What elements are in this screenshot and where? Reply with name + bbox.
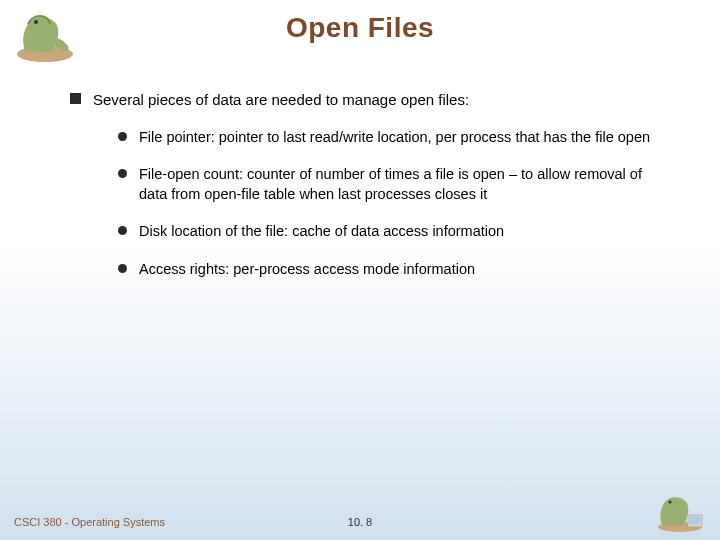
circle-bullet-icon bbox=[118, 169, 127, 178]
circle-bullet-icon bbox=[118, 132, 127, 141]
circle-bullet-icon bbox=[118, 226, 127, 235]
list-item: File-open count: counter of number of ti… bbox=[118, 165, 670, 204]
sub-bullet-text: Access rights: per-process access mode i… bbox=[139, 260, 475, 280]
dinosaur-logo-top-icon bbox=[10, 6, 80, 66]
slide-title: Open Files bbox=[0, 0, 720, 44]
sub-bullet-text: File-open count: counter of number of ti… bbox=[139, 165, 670, 204]
main-bullet-text: Several pieces of data are needed to man… bbox=[93, 90, 469, 110]
sub-bullet-text: File pointer: pointer to last read/write… bbox=[139, 128, 650, 148]
circle-bullet-icon bbox=[118, 264, 127, 273]
svg-point-3 bbox=[669, 501, 672, 504]
square-bullet-icon bbox=[70, 93, 81, 104]
slide-content: Several pieces of data are needed to man… bbox=[70, 90, 670, 297]
svg-point-1 bbox=[34, 20, 38, 24]
dinosaur-logo-bottom-icon bbox=[650, 489, 710, 534]
main-bullet-item: Several pieces of data are needed to man… bbox=[70, 90, 670, 110]
footer-page-number: 10. 8 bbox=[348, 516, 372, 528]
footer-course-label: CSCI 380 - Operating Systems bbox=[14, 516, 165, 528]
sub-bullet-text: Disk location of the file: cache of data… bbox=[139, 222, 504, 242]
list-item: Disk location of the file: cache of data… bbox=[118, 222, 670, 242]
sub-bullet-list: File pointer: pointer to last read/write… bbox=[118, 128, 670, 280]
svg-rect-5 bbox=[690, 517, 700, 524]
list-item: File pointer: pointer to last read/write… bbox=[118, 128, 670, 148]
list-item: Access rights: per-process access mode i… bbox=[118, 260, 670, 280]
